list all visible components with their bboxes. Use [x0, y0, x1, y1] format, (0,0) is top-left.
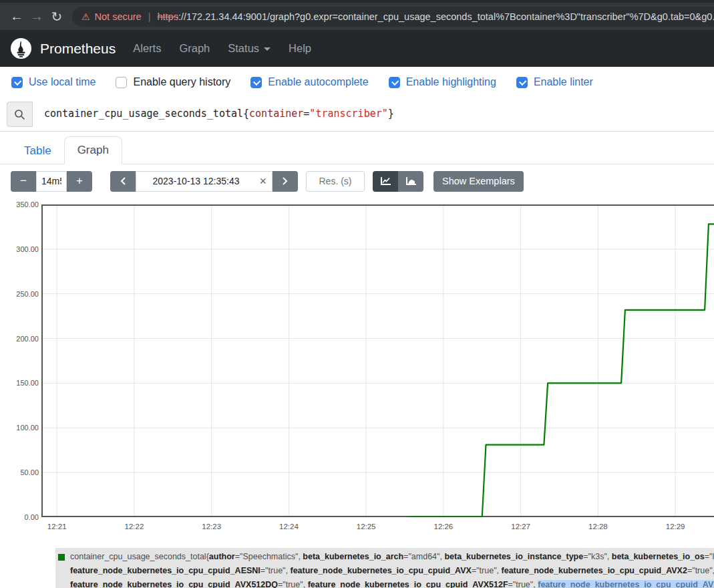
- time-back-button[interactable]: [110, 171, 136, 192]
- option-label[interactable]: Enable linter: [534, 76, 593, 88]
- option-label[interactable]: Enable query history: [133, 76, 230, 88]
- legend-line: feature_node_kubernetes_io_cpu_cpuid_AVX…: [70, 578, 714, 588]
- stacked-chart-icon: [405, 176, 417, 186]
- option-use-local-time[interactable]: Use local time: [11, 76, 96, 88]
- legend-selected-text: feature_node_kubernetes_io_cpu_cpuid_AVX…: [538, 580, 714, 588]
- navbar-links: AlertsGraphStatusHelp: [133, 42, 311, 55]
- checkbox-checked-icon[interactable]: [11, 77, 23, 88]
- legend-swatch: [58, 554, 65, 561]
- panel-tabs: Table Graph: [0, 132, 714, 164]
- chart-type-toggle: [373, 171, 423, 192]
- url-scheme: https: [157, 11, 178, 22]
- option-label[interactable]: Use local time: [29, 76, 96, 88]
- legend-text-segment: feature_node_kubernetes_io_cpu_cpuid_AVX: [290, 566, 471, 575]
- checkbox-unchecked-icon[interactable]: [116, 77, 127, 88]
- y-tick-label: 250.00: [2, 290, 39, 298]
- option-label[interactable]: Enable autocomplete: [268, 76, 368, 88]
- stacked-chart-button[interactable]: [398, 171, 423, 192]
- x-tick-label: 12:29: [659, 523, 692, 531]
- range-input[interactable]: [36, 171, 67, 192]
- legend-text-segment: ="true",: [472, 566, 502, 575]
- option-enable-autocomplete[interactable]: Enable autocomplete: [250, 76, 368, 88]
- legend-text-segment: author: [209, 552, 235, 561]
- x-tick-label: 12:26: [427, 523, 460, 531]
- search-icon-box: [7, 102, 33, 127]
- y-tick-label: 150.00: [2, 379, 39, 387]
- line-chart-icon: [380, 176, 391, 186]
- browser-back-icon[interactable]: ←: [7, 9, 27, 24]
- option-label[interactable]: Enable highlighting: [406, 76, 496, 88]
- address-bar[interactable]: ⚠ Not secure | https ://172.21.34.44:900…: [72, 7, 714, 27]
- tab-graph[interactable]: Graph: [64, 136, 122, 164]
- query-token-plain: container_cpu_usage_seconds_total{: [44, 108, 249, 120]
- legend-text-segment: beta_kubernetes_io_instance_type: [444, 552, 583, 561]
- resolution-input[interactable]: [306, 171, 365, 192]
- legend-text-segment: ="true",: [687, 566, 714, 575]
- warning-triangle-icon: ⚠: [81, 11, 90, 22]
- legend-line: container_cpu_usage_seconds_total{author…: [70, 550, 714, 564]
- query-token-label: container: [249, 108, 303, 120]
- chart-area[interactable]: 350.00300.00250.00200.00150.00100.0050.0…: [0, 200, 714, 538]
- browser-toolbar: ← → ↻ ⚠ Not secure | https ://172.21.34.…: [0, 3, 714, 30]
- legend-text-segment: ="true",: [260, 566, 291, 575]
- search-icon: [14, 109, 25, 120]
- browser-reload-icon[interactable]: ↻: [47, 9, 67, 25]
- query-token-string: "transcriber": [309, 108, 387, 120]
- time-input-group: ×: [110, 171, 298, 192]
- legend-text-segment: beta_kubernetes_io_arch: [303, 552, 403, 561]
- brand-title[interactable]: Prometheus: [40, 41, 116, 57]
- clear-time-icon[interactable]: ×: [259, 174, 266, 188]
- tab-table[interactable]: Table: [11, 138, 64, 164]
- query-token-plain: }: [388, 108, 394, 120]
- legend-text-segment: ="true",: [508, 580, 538, 588]
- option-enable-query-history[interactable]: Enable query history: [116, 76, 230, 88]
- checkbox-checked-icon[interactable]: [250, 77, 262, 88]
- time-forward-button[interactable]: [273, 171, 298, 192]
- legend-text-segment: ="k3s",: [583, 552, 612, 561]
- legend-text-segment: ="true",: [278, 580, 308, 588]
- checkbox-checked-icon[interactable]: [516, 77, 528, 88]
- nav-item-alerts[interactable]: Alerts: [133, 42, 161, 55]
- browser-forward-icon[interactable]: →: [27, 9, 47, 24]
- y-tick-label: 100.00: [2, 424, 39, 432]
- chevron-right-icon: [282, 176, 289, 186]
- prometheus-logo-icon[interactable]: [11, 38, 31, 59]
- query-expression-input[interactable]: container_cpu_usage_seconds_total{contai…: [33, 102, 394, 120]
- range-decrement-button[interactable]: −: [11, 171, 36, 192]
- chart-svg[interactable]: [41, 204, 714, 517]
- option-enable-linter[interactable]: Enable linter: [516, 76, 593, 88]
- option-enable-highlighting[interactable]: Enable highlighting: [389, 76, 496, 88]
- legend-text-segment: feature_node_kubernetes_io_cpu_cpuid_AVX…: [70, 580, 278, 588]
- range-input-group: − +: [11, 171, 92, 192]
- nav-item-help[interactable]: Help: [289, 42, 311, 55]
- legend-text-segment: container_cpu_usage_seconds_total{: [70, 552, 209, 561]
- legend-text-segment: beta_kubernetes_io_os: [612, 552, 705, 561]
- prometheus-navbar: Prometheus AlertsGraphStatusHelp: [0, 30, 714, 67]
- url-divider: |: [148, 11, 151, 22]
- legend-line: feature_node_kubernetes_io_cpu_cpuid_AES…: [70, 564, 714, 578]
- legend-item[interactable]: container_cpu_usage_seconds_total{author…: [55, 548, 714, 588]
- datetime-input[interactable]: [136, 171, 273, 192]
- nav-item-status[interactable]: Status: [228, 42, 271, 55]
- x-tick-label: 12:25: [349, 523, 383, 531]
- legend-text-segment: feature_node_kubernetes_io_cpu_cpuid_AVX…: [308, 580, 508, 588]
- graph-controls: − + ×: [0, 164, 714, 198]
- query-token-plain: =: [303, 108, 309, 120]
- x-tick-label: 12:23: [195, 523, 228, 531]
- legend-text-segment: ="Speechmatics",: [235, 552, 303, 561]
- legend-text-segment: feature_node_kubernetes_io_cpu_cpuid_AVX…: [502, 566, 687, 575]
- options-row: Use local timeEnable query historyEnable…: [0, 67, 714, 98]
- nav-item-graph[interactable]: Graph: [179, 42, 210, 55]
- legend-text-segment: feature_node_kubernetes_io_cpu_cpuid_AES…: [70, 566, 260, 575]
- y-tick-label: 300.00: [2, 245, 39, 253]
- url-text: ://172.21.34.44:9001/graph?g0.expr=conta…: [178, 11, 714, 22]
- show-exemplars-button[interactable]: Show Exemplars: [433, 171, 524, 192]
- x-tick-label: 12:28: [581, 523, 614, 531]
- range-increment-button[interactable]: +: [67, 171, 92, 192]
- line-chart-button[interactable]: [373, 171, 398, 192]
- not-secure-label[interactable]: Not secure: [95, 11, 142, 22]
- y-tick-label: 200.00: [2, 335, 39, 343]
- query-row: container_cpu_usage_seconds_total{contai…: [0, 98, 714, 132]
- checkbox-checked-icon[interactable]: [389, 77, 400, 88]
- x-tick-label: 12:27: [504, 523, 538, 531]
